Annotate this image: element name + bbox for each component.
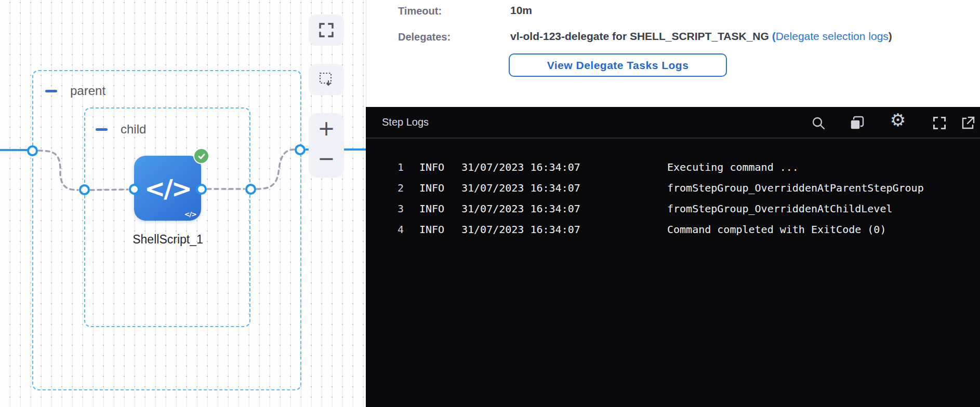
- step-details-panel: Timeout: 10m Delegates: vl-old-123-deleg…: [366, 0, 980, 107]
- timeout-value: 10m: [510, 4, 532, 17]
- success-check-icon: [193, 148, 209, 164]
- log-rows: 1INFO31/07/2023 16:34:07Executing comman…: [366, 157, 980, 240]
- port-stage-out[interactable]: [295, 144, 306, 155]
- port-stage-in[interactable]: [27, 145, 38, 156]
- delegates-label: Delegates:: [398, 31, 451, 43]
- log-msg: Executing command ...: [667, 157, 799, 178]
- step-logs-title: Step Logs: [382, 116, 429, 128]
- port-node-out[interactable]: [196, 184, 207, 195]
- view-delegate-tasks-logs-button[interactable]: View Delegate Tasks Logs: [509, 53, 727, 77]
- zoom-in-button[interactable]: +: [309, 113, 344, 145]
- log-msg: fromStepGroup_OverriddenAtChildLevel: [667, 198, 892, 219]
- log-time: 31/07/2023 16:34:07: [461, 157, 580, 178]
- step-logs-header: Step Logs ⚙: [366, 107, 980, 139]
- search-icon[interactable]: [811, 115, 826, 131]
- log-row: 3INFO31/07/2023 16:34:07fromStepGroup_Ov…: [366, 198, 980, 219]
- step-node-label: ShellScript_1: [124, 233, 212, 247]
- log-row: 1INFO31/07/2023 16:34:07Executing comman…: [366, 157, 980, 178]
- log-num: 2: [387, 178, 404, 198]
- paren-close: ): [889, 30, 892, 42]
- shell-script-mini-icon: </>: [184, 210, 196, 218]
- log-level: INFO: [419, 198, 444, 219]
- log-level: INFO: [419, 219, 444, 240]
- settings-icon[interactable]: ⚙: [890, 112, 906, 128]
- timeout-label: Timeout:: [398, 5, 442, 17]
- log-time: 31/07/2023 16:34:07: [461, 198, 580, 219]
- log-row: 4INFO31/07/2023 16:34:07Command complete…: [366, 219, 980, 240]
- log-row: 2INFO31/07/2023 16:34:07fromStepGroup_Ov…: [366, 178, 980, 198]
- log-num: 1: [387, 157, 404, 178]
- pipeline-execution-screen: parent child </> </>: [0, 0, 980, 407]
- paren-open: (: [772, 30, 776, 42]
- port-child-in[interactable]: [79, 184, 90, 195]
- fullscreen-icon[interactable]: [932, 115, 947, 131]
- delegate-name: vl-old-123-delegate for SHELL_SCRIPT_TAS…: [510, 30, 772, 42]
- delegate-selection-logs-link[interactable]: Delegate selection logs: [776, 30, 889, 42]
- zoom-out-button[interactable]: −: [309, 143, 344, 175]
- fullscreen-icon: [317, 21, 335, 39]
- zoom-controls: + −: [309, 113, 344, 178]
- step-node-shellscript[interactable]: </> </>: [134, 156, 201, 221]
- pipeline-canvas[interactable]: parent child </> </>: [0, 0, 366, 407]
- marquee-select-button[interactable]: [309, 64, 344, 95]
- log-num: 4: [387, 219, 404, 240]
- port-child-out[interactable]: [245, 184, 256, 195]
- port-node-in[interactable]: [129, 184, 140, 195]
- log-time: 31/07/2023 16:34:07: [461, 178, 580, 198]
- open-in-new-icon[interactable]: [960, 115, 975, 131]
- log-time: 31/07/2023 16:34:07: [461, 219, 580, 240]
- log-msg: Command completed with ExitCode (0): [667, 219, 886, 240]
- marquee-select-icon: [318, 71, 335, 88]
- copy-icon[interactable]: [849, 115, 865, 131]
- log-level: INFO: [419, 178, 444, 198]
- canvas-fullscreen-button[interactable]: [309, 15, 344, 46]
- log-level: INFO: [419, 157, 444, 178]
- log-msg: fromStepGroup_OverriddenAtParentStepGrou…: [667, 178, 924, 198]
- step-logs-console: Step Logs ⚙: [366, 107, 980, 407]
- log-num: 3: [387, 198, 404, 219]
- delegates-value: vl-old-123-delegate for SHELL_SCRIPT_TAS…: [510, 30, 892, 43]
